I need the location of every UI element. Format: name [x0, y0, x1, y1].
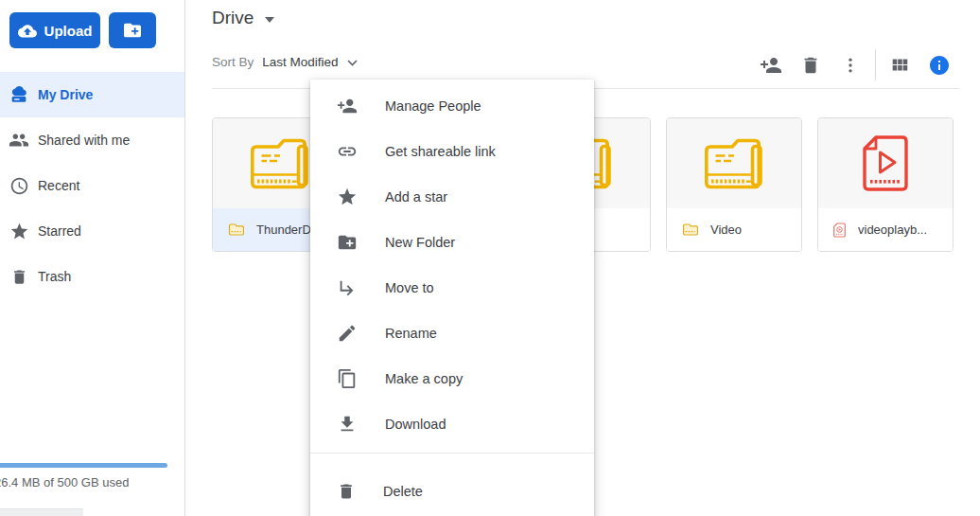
menu-item-label: Delete	[383, 484, 423, 499]
menu-item-label: Make a copy	[385, 371, 463, 386]
star-icon	[337, 187, 358, 207]
menu-item-new-folder[interactable]: New Folder	[310, 220, 594, 265]
folder-icon	[703, 136, 765, 191]
my-drive-icon	[9, 84, 29, 105]
menu-item-manage-people[interactable]: Manage People	[310, 83, 594, 129]
video-file-icon	[862, 134, 909, 193]
grid-view-icon	[893, 60, 908, 71]
sidebar-nav: My Drive Shared with me Recent Starred	[0, 72, 184, 299]
tile-preview	[818, 118, 953, 208]
upload-button[interactable]: Upload	[9, 12, 100, 48]
sidebar-item-label: Recent	[38, 178, 79, 193]
move-to-icon	[337, 277, 358, 298]
grid-view-button[interactable]	[884, 50, 915, 80]
menu-item-move-to[interactable]: Move to	[310, 265, 594, 311]
file-name: ThunderD	[256, 222, 311, 237]
menu-item-add-a-star[interactable]: Add a star	[310, 174, 594, 220]
more-options-button[interactable]	[835, 50, 866, 80]
trash-icon	[9, 266, 29, 287]
sort-by-label: Sort By	[212, 55, 254, 69]
context-menu: Manage People Get shareable link Add a s…	[310, 80, 594, 516]
person-add-icon	[761, 58, 781, 73]
pencil-icon	[337, 323, 358, 344]
download-icon	[337, 414, 358, 435]
menu-item-label: New Folder	[385, 235, 455, 250]
sidebar-item-trash[interactable]: Trash	[0, 254, 184, 299]
chevron-down-icon	[347, 60, 358, 66]
file-name: videoplayb...	[858, 222, 927, 237]
menu-item-label: Add a star	[385, 189, 447, 205]
menu-item-make-a-copy[interactable]: Make a copy	[310, 356, 594, 401]
sidebar-item-label: Starred	[38, 223, 81, 239]
sidebar-item-starred[interactable]: Starred	[0, 208, 184, 254]
horizontal-scrollbar-thumb[interactable]	[0, 508, 83, 516]
tile-preview	[667, 118, 801, 208]
folder-small-icon	[682, 223, 698, 236]
star-icon	[9, 221, 29, 241]
page-title: Drive	[212, 8, 254, 28]
sort-by-value: Last Modified	[262, 55, 338, 69]
sidebar-item-shared-with-me[interactable]: Shared with me	[0, 117, 184, 163]
file-tile-folder[interactable]: Video	[666, 117, 802, 252]
sidebar-item-label: Trash	[38, 269, 71, 284]
storage-usage-bar	[0, 463, 167, 468]
folder-plus-icon	[122, 22, 143, 39]
sidebar-action-buttons: Upload	[9, 12, 156, 48]
file-name: Video	[710, 222, 742, 237]
people-icon	[9, 130, 29, 151]
sidebar: Upload My Drive Shared with me	[0, 0, 185, 516]
sidebar-item-label: Shared with me	[38, 133, 130, 148]
video-file-small-icon	[833, 222, 846, 238]
person-add-icon	[337, 96, 358, 116]
folder-small-icon	[228, 223, 244, 236]
tile-footer: Video	[667, 208, 801, 251]
menu-item-get-shareable-link[interactable]: Get shareable link	[310, 129, 594, 174]
chevron-down-icon	[265, 17, 274, 23]
trash-icon	[337, 482, 356, 501]
folder-icon	[249, 136, 311, 191]
storage-usage-text: 26.4 MB of 500 GB used	[0, 475, 129, 489]
drive-app-window: Upload My Drive Shared with me	[0, 0, 980, 516]
info-icon	[930, 56, 949, 75]
delete-button[interactable]	[796, 50, 826, 80]
menu-item-label: Get shareable link	[385, 144, 496, 159]
menu-item-label: Move to	[385, 280, 434, 295]
new-folder-icon	[337, 232, 358, 253]
add-person-button[interactable]	[756, 50, 786, 80]
sidebar-item-my-drive[interactable]: My Drive	[0, 72, 184, 117]
page-title-dropdown[interactable]: Drive	[212, 8, 274, 28]
cloud-upload-icon	[18, 23, 37, 38]
more-vert-icon	[849, 59, 851, 73]
sidebar-item-recent[interactable]: Recent	[0, 163, 184, 208]
menu-item-label: Download	[385, 417, 446, 432]
sort-by-dropdown[interactable]: Sort By Last Modified	[212, 55, 358, 69]
upload-button-label: Upload	[44, 23, 93, 39]
new-folder-button[interactable]	[109, 12, 156, 48]
menu-divider	[310, 453, 594, 454]
toolbar-separator	[875, 49, 876, 80]
menu-item-rename[interactable]: Rename	[310, 311, 594, 356]
tile-footer: videoplayb...	[818, 208, 953, 251]
link-icon	[337, 141, 358, 162]
info-button[interactable]	[924, 50, 954, 80]
sidebar-item-label: My Drive	[38, 87, 93, 102]
trash-icon	[805, 58, 817, 74]
copy-icon	[337, 368, 358, 389]
menu-item-label: Rename	[385, 326, 437, 341]
menu-item-delete[interactable]: Delete	[310, 469, 594, 514]
menu-item-download[interactable]: Download	[310, 401, 594, 447]
menu-item-label: Manage People	[385, 98, 481, 114]
clock-icon	[9, 175, 29, 196]
file-tile-video[interactable]: videoplayb...	[817, 117, 954, 252]
